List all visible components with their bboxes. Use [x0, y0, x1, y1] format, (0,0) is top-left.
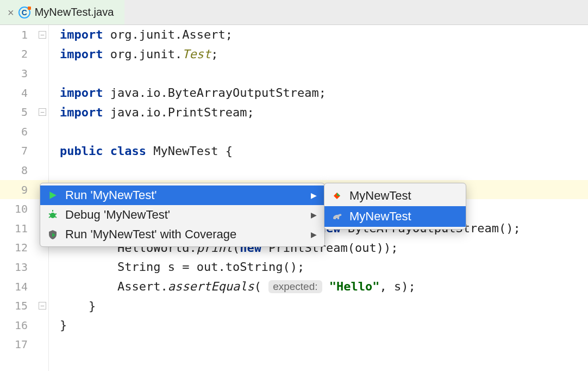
fold-icon[interactable]: – [39, 108, 46, 116]
svg-line-7 [55, 214, 57, 214]
line-number: 1– [0, 25, 48, 45]
line-number: 2 [0, 45, 48, 64]
line-number: 4 [0, 83, 48, 103]
svg-line-8 [49, 217, 51, 218]
close-icon[interactable]: × [8, 7, 14, 18]
submenu-label: MyNewTest [349, 209, 411, 224]
parameter-hint: expected: [268, 280, 322, 293]
editor: 1– 2 3 4 5– 6 7 8 9 10 11 12 13 14 15– 1… [0, 25, 588, 371]
tab-bar: × C MyNewTest.java [0, 0, 588, 25]
menu-label: Run 'MyNewTest' with Coverage [65, 227, 236, 242]
line-number: 17 [0, 335, 48, 355]
line-number: 14 [0, 277, 48, 296]
junit-icon [331, 190, 343, 202]
line-number: 16 [0, 316, 48, 335]
menu-run[interactable]: Run 'MyNewTest' ▶ [40, 186, 324, 205]
line-number: 7 [0, 141, 48, 161]
tab-title: MyNewTest.java [35, 6, 114, 18]
fold-icon[interactable]: – [39, 31, 46, 39]
menu-debug[interactable]: Debug 'MyNewTest' ▶ [40, 205, 324, 225]
fold-icon[interactable]: – [39, 302, 46, 310]
line-number: 13 [0, 257, 48, 277]
line-number: 15– [0, 296, 48, 316]
svg-point-4 [50, 213, 55, 218]
svg-line-6 [49, 214, 51, 214]
submenu-arrow-icon: ▶ [311, 230, 317, 239]
svg-marker-12 [337, 193, 340, 196]
run-submenu: MyNewTest MyNewTest [324, 183, 466, 230]
file-tab[interactable]: × C MyNewTest.java [0, 0, 124, 24]
menu-label: Run 'MyNewTest' [65, 188, 157, 202]
gradle-icon [331, 211, 343, 222]
java-class-icon: C [18, 7, 30, 18]
submenu-option-junit[interactable]: MyNewTest [324, 186, 466, 206]
line-number: 8 [0, 160, 48, 180]
submenu-arrow-icon: ▶ [311, 211, 317, 219]
context-menu: Run 'MyNewTest' ▶ Debug 'MyNewTest' ▶ Ru… [40, 183, 325, 247]
line-number: 5– [0, 102, 48, 122]
menu-label: Debug 'MyNewTest' [65, 208, 170, 222]
submenu-label: MyNewTest [349, 189, 411, 203]
coverage-icon [47, 228, 59, 240]
submenu-option-gradle[interactable]: MyNewTest [324, 206, 466, 227]
svg-marker-3 [49, 191, 56, 199]
run-icon [47, 189, 59, 201]
svg-line-9 [55, 217, 57, 218]
submenu-arrow-icon: ▶ [311, 191, 317, 200]
line-number: 3 [0, 64, 48, 83]
menu-coverage[interactable]: Run 'MyNewTest' with Coverage ▶ [40, 225, 324, 244]
bug-icon [47, 209, 59, 221]
